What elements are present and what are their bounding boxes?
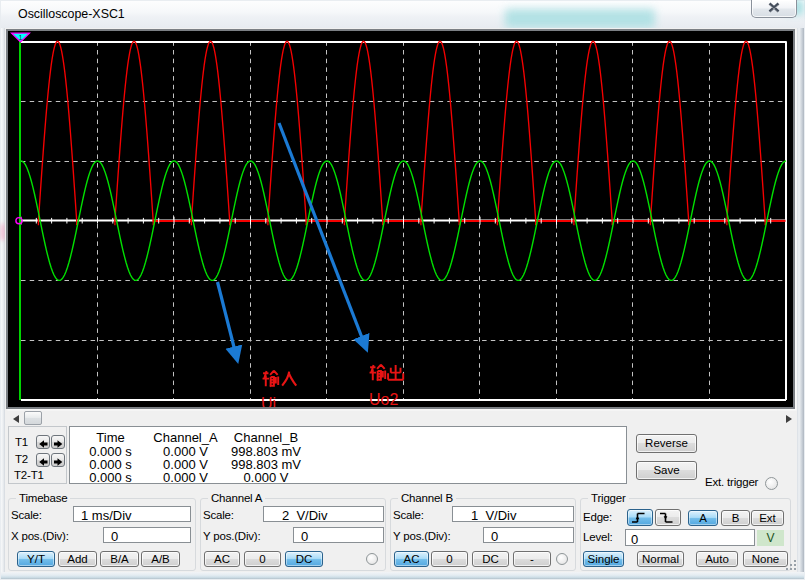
svg-text:Uo2: Uo2 [369,391,398,407]
svg-text:1: 1 [19,34,23,41]
svg-text:Ui: Ui [261,395,276,407]
